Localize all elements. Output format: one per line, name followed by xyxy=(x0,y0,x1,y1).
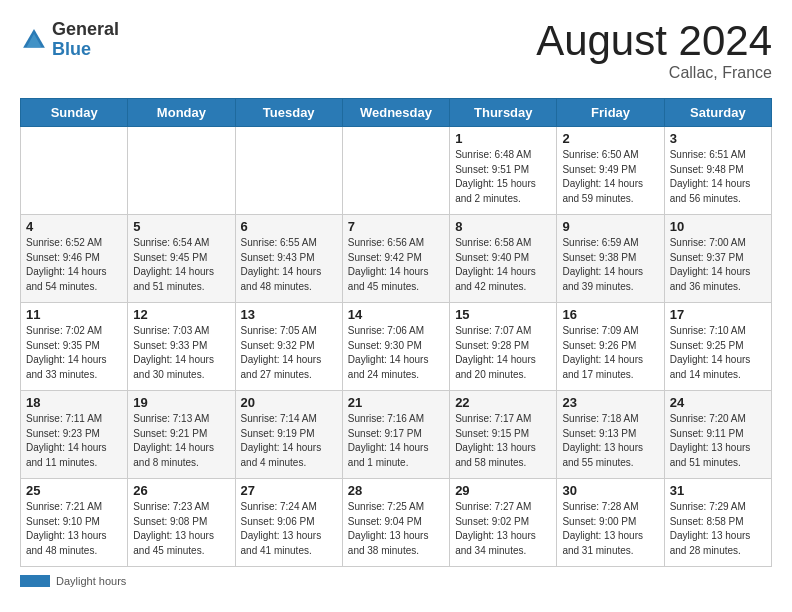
logo-text: General Blue xyxy=(52,20,119,60)
day-number: 25 xyxy=(26,483,122,498)
day-info: Sunrise: 6:50 AMSunset: 9:49 PMDaylight:… xyxy=(562,148,658,206)
calendar-cell: 20 Sunrise: 7:14 AMSunset: 9:19 PMDaylig… xyxy=(235,391,342,479)
calendar-cell: 1 Sunrise: 6:48 AMSunset: 9:51 PMDayligh… xyxy=(450,127,557,215)
day-info: Sunrise: 7:10 AMSunset: 9:25 PMDaylight:… xyxy=(670,324,766,382)
day-info: Sunrise: 7:18 AMSunset: 9:13 PMDaylight:… xyxy=(562,412,658,470)
day-number: 30 xyxy=(562,483,658,498)
day-info: Sunrise: 7:11 AMSunset: 9:23 PMDaylight:… xyxy=(26,412,122,470)
day-number: 21 xyxy=(348,395,444,410)
day-number: 8 xyxy=(455,219,551,234)
day-header: Sunday xyxy=(21,99,128,127)
calendar-cell: 14 Sunrise: 7:06 AMSunset: 9:30 PMDaylig… xyxy=(342,303,449,391)
day-info: Sunrise: 7:16 AMSunset: 9:17 PMDaylight:… xyxy=(348,412,444,470)
day-info: Sunrise: 6:58 AMSunset: 9:40 PMDaylight:… xyxy=(455,236,551,294)
day-number: 14 xyxy=(348,307,444,322)
day-info: Sunrise: 6:54 AMSunset: 9:45 PMDaylight:… xyxy=(133,236,229,294)
day-number: 16 xyxy=(562,307,658,322)
calendar-cell: 8 Sunrise: 6:58 AMSunset: 9:40 PMDayligh… xyxy=(450,215,557,303)
day-header: Tuesday xyxy=(235,99,342,127)
day-number: 19 xyxy=(133,395,229,410)
calendar-cell: 13 Sunrise: 7:05 AMSunset: 9:32 PMDaylig… xyxy=(235,303,342,391)
day-number: 1 xyxy=(455,131,551,146)
calendar-cell: 9 Sunrise: 6:59 AMSunset: 9:38 PMDayligh… xyxy=(557,215,664,303)
day-number: 11 xyxy=(26,307,122,322)
day-info: Sunrise: 7:23 AMSunset: 9:08 PMDaylight:… xyxy=(133,500,229,558)
day-header: Friday xyxy=(557,99,664,127)
day-info: Sunrise: 7:29 AMSunset: 8:58 PMDaylight:… xyxy=(670,500,766,558)
logo-icon xyxy=(20,26,48,54)
day-info: Sunrise: 6:52 AMSunset: 9:46 PMDaylight:… xyxy=(26,236,122,294)
calendar-week-row: 11 Sunrise: 7:02 AMSunset: 9:35 PMDaylig… xyxy=(21,303,772,391)
day-number: 4 xyxy=(26,219,122,234)
day-info: Sunrise: 7:28 AMSunset: 9:00 PMDaylight:… xyxy=(562,500,658,558)
calendar-cell: 10 Sunrise: 7:00 AMSunset: 9:37 PMDaylig… xyxy=(664,215,771,303)
day-info: Sunrise: 7:13 AMSunset: 9:21 PMDaylight:… xyxy=(133,412,229,470)
day-info: Sunrise: 6:55 AMSunset: 9:43 PMDaylight:… xyxy=(241,236,337,294)
title-block: August 2024 Callac, France xyxy=(536,20,772,82)
day-number: 12 xyxy=(133,307,229,322)
location: Callac, France xyxy=(536,64,772,82)
day-number: 17 xyxy=(670,307,766,322)
day-info: Sunrise: 7:09 AMSunset: 9:26 PMDaylight:… xyxy=(562,324,658,382)
calendar-cell: 2 Sunrise: 6:50 AMSunset: 9:49 PMDayligh… xyxy=(557,127,664,215)
calendar-cell: 7 Sunrise: 6:56 AMSunset: 9:42 PMDayligh… xyxy=(342,215,449,303)
calendar-cell: 31 Sunrise: 7:29 AMSunset: 8:58 PMDaylig… xyxy=(664,479,771,567)
day-info: Sunrise: 7:27 AMSunset: 9:02 PMDaylight:… xyxy=(455,500,551,558)
calendar-cell: 12 Sunrise: 7:03 AMSunset: 9:33 PMDaylig… xyxy=(128,303,235,391)
calendar-table: SundayMondayTuesdayWednesdayThursdayFrid… xyxy=(20,98,772,567)
calendar-cell: 16 Sunrise: 7:09 AMSunset: 9:26 PMDaylig… xyxy=(557,303,664,391)
calendar-cell: 3 Sunrise: 6:51 AMSunset: 9:48 PMDayligh… xyxy=(664,127,771,215)
day-number: 23 xyxy=(562,395,658,410)
calendar-cell xyxy=(21,127,128,215)
day-number: 2 xyxy=(562,131,658,146)
calendar-cell: 24 Sunrise: 7:20 AMSunset: 9:11 PMDaylig… xyxy=(664,391,771,479)
day-header: Thursday xyxy=(450,99,557,127)
day-info: Sunrise: 7:06 AMSunset: 9:30 PMDaylight:… xyxy=(348,324,444,382)
day-info: Sunrise: 6:56 AMSunset: 9:42 PMDaylight:… xyxy=(348,236,444,294)
calendar-cell xyxy=(342,127,449,215)
day-info: Sunrise: 7:20 AMSunset: 9:11 PMDaylight:… xyxy=(670,412,766,470)
day-info: Sunrise: 7:05 AMSunset: 9:32 PMDaylight:… xyxy=(241,324,337,382)
day-info: Sunrise: 6:59 AMSunset: 9:38 PMDaylight:… xyxy=(562,236,658,294)
calendar-cell: 15 Sunrise: 7:07 AMSunset: 9:28 PMDaylig… xyxy=(450,303,557,391)
day-number: 7 xyxy=(348,219,444,234)
logo-general: General xyxy=(52,20,119,40)
day-info: Sunrise: 7:24 AMSunset: 9:06 PMDaylight:… xyxy=(241,500,337,558)
page-header: General Blue August 2024 Callac, France xyxy=(20,20,772,82)
day-info: Sunrise: 7:14 AMSunset: 9:19 PMDaylight:… xyxy=(241,412,337,470)
calendar-cell: 5 Sunrise: 6:54 AMSunset: 9:45 PMDayligh… xyxy=(128,215,235,303)
calendar-week-row: 18 Sunrise: 7:11 AMSunset: 9:23 PMDaylig… xyxy=(21,391,772,479)
calendar-week-row: 4 Sunrise: 6:52 AMSunset: 9:46 PMDayligh… xyxy=(21,215,772,303)
day-number: 31 xyxy=(670,483,766,498)
calendar-cell: 17 Sunrise: 7:10 AMSunset: 9:25 PMDaylig… xyxy=(664,303,771,391)
calendar-cell: 26 Sunrise: 7:23 AMSunset: 9:08 PMDaylig… xyxy=(128,479,235,567)
logo-blue: Blue xyxy=(52,40,119,60)
day-info: Sunrise: 7:07 AMSunset: 9:28 PMDaylight:… xyxy=(455,324,551,382)
day-header: Wednesday xyxy=(342,99,449,127)
day-number: 15 xyxy=(455,307,551,322)
calendar-cell: 29 Sunrise: 7:27 AMSunset: 9:02 PMDaylig… xyxy=(450,479,557,567)
day-number: 28 xyxy=(348,483,444,498)
calendar-cell: 21 Sunrise: 7:16 AMSunset: 9:17 PMDaylig… xyxy=(342,391,449,479)
day-number: 29 xyxy=(455,483,551,498)
day-info: Sunrise: 7:02 AMSunset: 9:35 PMDaylight:… xyxy=(26,324,122,382)
day-number: 6 xyxy=(241,219,337,234)
calendar-cell xyxy=(235,127,342,215)
logo: General Blue xyxy=(20,20,119,60)
calendar-week-row: 25 Sunrise: 7:21 AMSunset: 9:10 PMDaylig… xyxy=(21,479,772,567)
day-number: 18 xyxy=(26,395,122,410)
calendar-cell: 18 Sunrise: 7:11 AMSunset: 9:23 PMDaylig… xyxy=(21,391,128,479)
day-number: 5 xyxy=(133,219,229,234)
day-info: Sunrise: 7:00 AMSunset: 9:37 PMDaylight:… xyxy=(670,236,766,294)
footer: Daylight hours xyxy=(20,575,772,587)
day-number: 24 xyxy=(670,395,766,410)
day-info: Sunrise: 7:21 AMSunset: 9:10 PMDaylight:… xyxy=(26,500,122,558)
day-number: 13 xyxy=(241,307,337,322)
calendar-cell: 6 Sunrise: 6:55 AMSunset: 9:43 PMDayligh… xyxy=(235,215,342,303)
day-header: Saturday xyxy=(664,99,771,127)
day-header: Monday xyxy=(128,99,235,127)
day-number: 3 xyxy=(670,131,766,146)
daylight-legend-box xyxy=(20,575,50,587)
day-info: Sunrise: 6:51 AMSunset: 9:48 PMDaylight:… xyxy=(670,148,766,206)
day-info: Sunrise: 7:25 AMSunset: 9:04 PMDaylight:… xyxy=(348,500,444,558)
